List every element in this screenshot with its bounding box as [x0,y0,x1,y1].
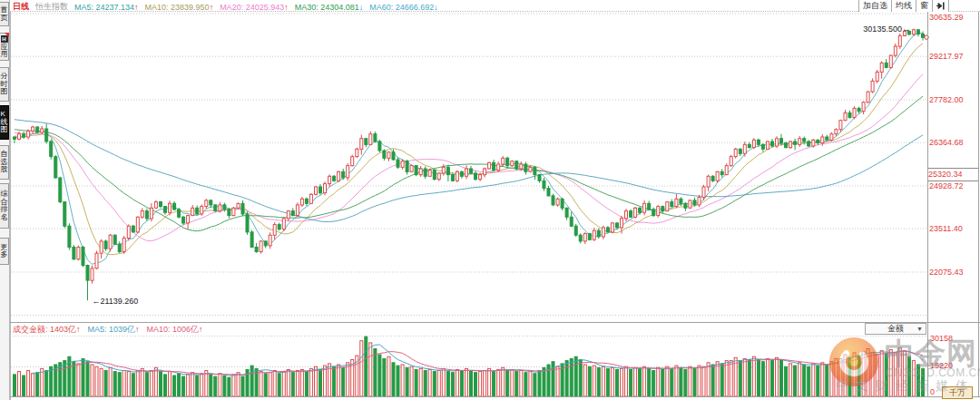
chevron-down-icon: ▼ [916,326,923,332]
price-axis-label: 22075.43 [929,268,964,277]
expand-right-icon[interactable] [932,0,949,12]
high-price-annotation: 30135.500→ [863,24,910,34]
volume-axis-mid: 15220 [930,361,953,370]
amount-select-value: 金额 [887,323,904,335]
price-axis-label: 29217.97 [929,52,964,61]
arrow-up-icon: ↑ [284,3,289,12]
ma-legend-item: MA60: 24666.692↓ [369,3,438,12]
volume-axis-top: 30158 [930,334,953,343]
arrow-up-icon: ↑ [210,3,214,12]
sidebar-item-kline[interactable]: K 线 图 [0,105,9,140]
volume-legend: 成交金额: 1403亿↑MA5: 1039亿↑MA10: 1006亿↑ [13,324,203,336]
sidebar: 首 页H应 用分 时 图K 线 图自 选 股综 合 排 名更 多 [0,0,10,400]
arrow-up-icon: ↑ [135,325,140,334]
low-price-annotation: ←21139.260 [92,297,138,306]
new-badge-icon [5,33,9,37]
sidebar-item-ranking[interactable]: 综 合 排 名 [0,183,9,229]
arrow-up-icon: ↑ [134,3,139,12]
sidebar-item-label: K 线 图 [1,111,8,134]
price-axis-label: 26364.68 [929,138,964,147]
ma-settings-button[interactable]: 均线 [891,0,916,12]
price-axis-label: 23511.40 [929,224,963,233]
price-axis-label: 30635.29 [929,13,964,22]
sidebar-item-label: 首 页 [1,6,8,22]
arrow-up-icon: ↑ [76,325,81,334]
price-axis-label: 27782.00 [929,95,964,104]
sidebar-item-timeline[interactable]: 分 时 图 [0,67,9,102]
period-label: 日线 [13,1,29,13]
kline-chart-canvas[interactable] [0,0,980,400]
arrow-to-bar-icon [936,2,945,10]
price-marker-tag: 25320.34 [928,168,978,181]
volume-legend-item: MA10: 1006亿↑ [147,324,203,336]
arrow-down-icon: ↓ [359,3,364,12]
price-axis-label: 24928.72 [929,181,964,190]
sidebar-item-label: 综 合 排 名 [1,190,8,221]
window-button[interactable]: 窗 [916,0,932,12]
arrow-up-icon: ↑ [199,325,203,334]
volume-legend-item: 成交金额: 1403亿↑ [13,324,81,336]
ma-legend: 日线 恒生指数 MA5: 24237.134↑MA10: 23839.950↑M… [13,1,438,13]
chart-header: 日线 恒生指数 MA5: 24237.134↑MA10: 23839.950↑M… [10,0,980,12]
ma-legend-item: MA20: 24025.943↑ [220,3,289,12]
ma-legend-item: MA10: 23839.950↑ [145,3,214,12]
amount-indicator-select[interactable]: 金额 ▼ [865,323,926,335]
ma-legend-item: MA30: 24304.081↓ [295,3,364,12]
sidebar-item-label: 更 多 [1,244,8,259]
volume-axis-zero: 0 [930,387,935,396]
toolbar: 加自选 均线 窗 [858,0,949,12]
sidebar-item-more[interactable]: 更 多 [0,238,9,265]
sidebar-item-label: 应 用 [1,44,8,59]
sidebar-item-watchlist[interactable]: 自 选 股 [0,145,9,180]
sidebar-item-apps[interactable]: H应 用 [0,33,9,61]
volume-legend-item: MA5: 1039亿↑ [88,324,140,336]
add-watchlist-button[interactable]: 加自选 [858,0,891,12]
ma-legend-item: MA5: 24237.134↑ [74,3,139,12]
sidebar-item-label: 自 选 股 [1,151,8,174]
volume-unit-label: 千万 [942,386,973,399]
arrow-down-icon: ↓ [434,3,438,12]
sidebar-item-home[interactable]: 首 页 [0,2,9,26]
symbol-label: 恒生指数 [35,1,68,13]
sidebar-item-label: 分 时 图 [1,73,8,96]
